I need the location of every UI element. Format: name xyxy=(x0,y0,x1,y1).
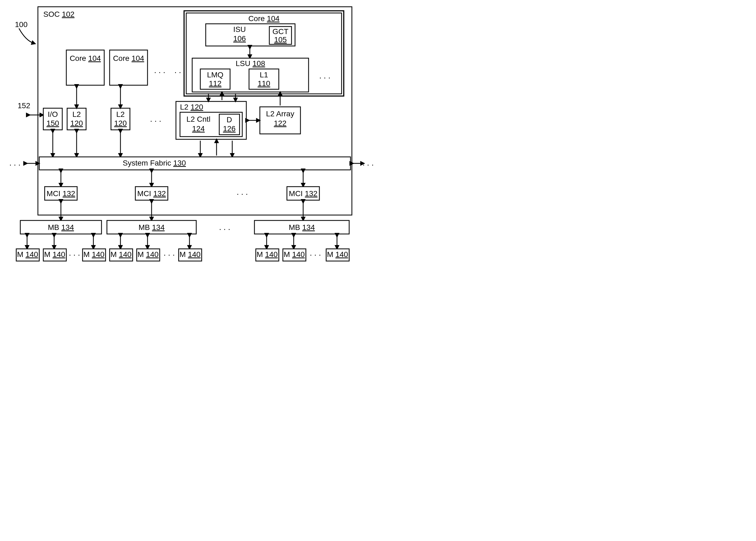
dots-l2: . . . xyxy=(150,114,161,123)
d-ref: 126 xyxy=(223,125,236,133)
lsu-label: LSU 108 xyxy=(236,59,265,68)
dots-mci: . . . xyxy=(237,188,248,197)
io-ref: 150 xyxy=(47,119,59,127)
ref-100: 100 xyxy=(15,20,28,29)
d-label: D xyxy=(227,116,232,124)
l2-a-ref: 120 xyxy=(70,119,83,127)
dots-mb: . . . xyxy=(219,223,230,232)
lmq-ref: 112 xyxy=(209,79,222,88)
mci3-label: MCI 132 xyxy=(289,189,318,198)
m-1-2: M 140 xyxy=(44,250,65,259)
gct-label: GCT xyxy=(272,27,288,36)
dots-fabric-left: . . . xyxy=(9,158,21,167)
gct-ref: 105 xyxy=(274,35,287,44)
mci2-label: MCI 132 xyxy=(137,189,166,198)
m-2-1: M 140 xyxy=(110,250,132,259)
m-3-3: M 140 xyxy=(327,250,348,259)
soc-label: SOC 102 xyxy=(43,10,74,18)
l2cntl-ref: 124 xyxy=(192,125,205,133)
isu-ref: 106 xyxy=(233,34,246,43)
dots-m1: . . . xyxy=(69,248,80,257)
ref-152: 152 xyxy=(18,101,30,110)
fabric-label: System Fabric 130 xyxy=(123,159,186,167)
mb1-label: MB 134 xyxy=(48,223,74,232)
l2-detail-label: L2 120 xyxy=(180,103,203,111)
m-2-3: M 140 xyxy=(179,250,201,259)
m-2-2: M 140 xyxy=(138,250,159,259)
dots-cores-1: . . . xyxy=(154,66,165,75)
mb3-label: MB 134 xyxy=(289,223,315,232)
core-a-label: Core 104 xyxy=(70,54,101,63)
l2-b-ref: 120 xyxy=(114,119,127,127)
core-b-label: Core 104 xyxy=(113,54,144,63)
m-1-3: M 140 xyxy=(83,250,104,259)
core-big-label: Core 104 xyxy=(248,14,279,23)
mb2-label: MB 134 xyxy=(139,223,165,232)
lmq-label: LMQ xyxy=(207,71,224,79)
l1-label: L1 xyxy=(260,71,268,79)
dots-m3: . . . xyxy=(310,248,321,257)
m-3-2: M 140 xyxy=(284,250,305,259)
l2-b-label: L2 xyxy=(116,110,125,119)
l1-ref: 110 xyxy=(258,79,270,88)
dots-lsu: . . . xyxy=(319,71,330,80)
l2array-label: L2 Array xyxy=(266,110,294,118)
fabric-box xyxy=(39,157,351,170)
isu-label: ISU xyxy=(233,25,246,34)
l2-a-label: L2 xyxy=(72,110,81,119)
m-3-1: M 140 xyxy=(257,250,278,259)
l2cntl-label: L2 Cntl xyxy=(186,115,211,123)
dots-fabric-right: . . . xyxy=(362,158,374,167)
mci1-label: MCI 132 xyxy=(47,189,75,198)
m-1-1: M 140 xyxy=(17,250,38,259)
dots-m2: . . . xyxy=(163,248,175,257)
io-label: I/O xyxy=(48,110,58,119)
l2array-ref: 122 xyxy=(274,119,287,127)
